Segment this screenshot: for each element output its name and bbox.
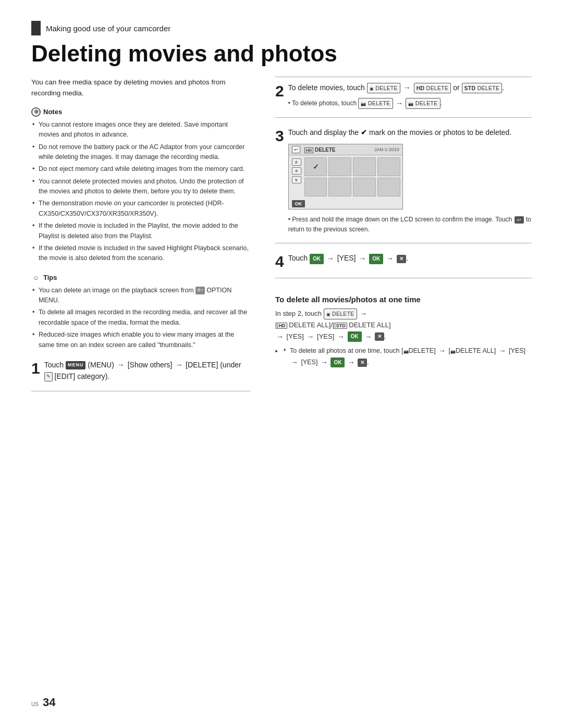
- hd-delete-btn: HD DELETE: [414, 83, 451, 93]
- sm-title: HD DELETE: [304, 147, 336, 153]
- section-label: Making good use of your camcorder: [31, 21, 532, 35]
- sm-cell-6: [328, 178, 351, 196]
- menu-icon: MENU: [66, 361, 86, 369]
- tips-section: ☺ Tips You can delete an image on the pl…: [31, 273, 250, 350]
- sm-cell-1: [304, 157, 327, 176]
- sm-cell-2: [328, 157, 351, 176]
- std-delete-btn: STD DELETE: [462, 83, 503, 93]
- step-1-content: Touch MENU (MENU) → [Show others] → [DEL…: [44, 360, 250, 382]
- notes-header: ⊕ Notes: [31, 107, 250, 117]
- notes-item-7: If the deleted movie is included in the …: [31, 243, 250, 264]
- notes-list: You cannot restore images once they are …: [31, 120, 250, 264]
- tips-label: Tips: [43, 274, 57, 281]
- return-icon: ↩: [514, 216, 524, 224]
- sm-ok-btn: OK: [292, 200, 305, 207]
- step-4-text: Touch OK → [YES] → OK → ✕.: [288, 253, 408, 264]
- tips-header: ☺ Tips: [31, 273, 250, 282]
- tips-item-3: Reduced-size images which enable you to …: [31, 330, 250, 350]
- delete-all-title: To delete all movies/photos at one time: [275, 295, 532, 304]
- right-column: 2 To delete movies, touch ▣ DELETE → HD …: [275, 77, 532, 707]
- da-cam-btn: ▣ DELETE: [324, 309, 357, 319]
- notes-item-5: The demonstration movie on your camcorde…: [31, 199, 250, 219]
- page-title: Deleting movies and photos: [31, 41, 532, 67]
- tips-item-1: You can delete an image on the playback …: [31, 286, 250, 306]
- sm-back-btn: ↩: [292, 146, 300, 153]
- step-2-content: To delete movies, touch ▣ DELETE → HD DE…: [288, 82, 505, 109]
- sm-btn-down: ∨: [292, 176, 301, 183]
- delete-all-text: In step 2, touch ▣ DELETE → [HD DELETE A…: [275, 308, 532, 342]
- sm-body: ∧ ≡ ∨: [289, 155, 402, 199]
- delete-all-subnote: To delete all photos at one time, touch …: [275, 346, 532, 368]
- x-btn: ✕: [397, 255, 406, 263]
- step-2-number: 2: [275, 83, 284, 99]
- step-3-content: Touch and display the ✔ mark on the movi…: [288, 127, 532, 235]
- option-icon: ⚙=: [195, 287, 205, 294]
- sm-cell-8: [377, 178, 400, 196]
- page: Making good use of your camcorder Deleti…: [0, 0, 563, 728]
- arrow-1: →: [117, 360, 125, 371]
- page-footer: US 34: [31, 696, 55, 709]
- edit-category-icon: ✎: [44, 372, 53, 381]
- notes-icon: ⊕: [31, 107, 41, 117]
- subnote-x-btn: ✕: [358, 359, 367, 367]
- step-3-text: Touch and display the ✔ mark on the movi…: [288, 127, 532, 139]
- sm-cell-4: [377, 157, 400, 176]
- notes-item-4: You cannot delete protected movies and p…: [31, 177, 250, 197]
- sm-sidebar: ∧ ≡ ∨: [291, 157, 302, 196]
- step-2-block: 2 To delete movies, touch ▣ DELETE → HD …: [275, 77, 532, 118]
- step-2-subnote: • To delete photos, touch 📷 DELETE → 📷 D…: [288, 98, 505, 109]
- tips-item-2: To delete all images recorded in the rec…: [31, 307, 250, 328]
- sm-cell-7: [353, 178, 376, 196]
- step-4-number: 4: [275, 254, 284, 269]
- two-column-layout: You can free media space by deleting mov…: [31, 77, 532, 707]
- notes-item-3: Do not eject memory card while deleting …: [31, 164, 250, 174]
- tips-list: You can delete an image on the playback …: [31, 286, 250, 350]
- arrow-2: →: [175, 360, 182, 371]
- step-3-block: 3 Touch and display the ✔ mark on the mo…: [275, 127, 532, 243]
- cam-delete-btn: ▣ DELETE: [367, 83, 400, 93]
- sm-date: JAN-1-2010: [374, 147, 399, 152]
- delete-all-section: To delete all movies/photos at one time …: [275, 288, 532, 368]
- da-ok-btn: OK: [348, 331, 362, 342]
- sm-header: ↩ HD DELETE JAN-1-2010: [289, 144, 402, 155]
- notes-item-1: You cannot restore images once they are …: [31, 120, 250, 140]
- step-4-block: 4 Touch OK → [YES] → OK → ✕.: [275, 253, 532, 278]
- photo-delete2-btn: 📷 DELETE: [406, 98, 440, 108]
- step-1-block: 1 Touch MENU (MENU) → [Show others] → [D…: [31, 360, 250, 391]
- left-column: You can free media space by deleting mov…: [31, 77, 250, 707]
- sm-footer: OK: [289, 199, 402, 209]
- page-number: 34: [43, 696, 55, 709]
- intro-text: You can free media space by deleting mov…: [31, 77, 250, 99]
- step-1-number: 1: [31, 361, 40, 376]
- sm-cell-5: [304, 178, 327, 196]
- step-4-content: Touch OK → [YES] → OK → ✕.: [288, 253, 408, 264]
- section-bar: [31, 21, 41, 35]
- screen-mockup: ↩ HD DELETE JAN-1-2010 ∧ ≡ ∨: [288, 144, 403, 209]
- notes-section: ⊕ Notes You cannot restore images once t…: [31, 107, 250, 264]
- ok-btn-2: OK: [369, 254, 383, 264]
- photo-delete-btn: 📷 DELETE: [358, 98, 393, 108]
- section-label-text: Making good use of your camcorder: [46, 24, 170, 33]
- notes-item-2: Do not remove the battery pack or the AC…: [31, 142, 250, 163]
- notes-label: Notes: [43, 108, 62, 116]
- da-x-btn: ✕: [375, 332, 384, 341]
- svg-text:↩: ↩: [517, 217, 521, 223]
- delete-all-subnote-item: To delete all photos at one time, touch …: [283, 346, 532, 368]
- step-2-text: To delete movies, touch ▣ DELETE → HD DE…: [288, 82, 505, 94]
- sm-btn-up: ∧: [292, 158, 301, 166]
- ok-btn-1: OK: [310, 254, 324, 264]
- tips-icon: ☺: [31, 273, 41, 282]
- subnote-ok-btn: OK: [331, 357, 345, 368]
- sm-grid: [304, 157, 400, 196]
- press-note: • Press and hold the image down on the L…: [288, 215, 532, 235]
- sm-btn-lines: ≡: [292, 167, 301, 175]
- step-1-text: Touch MENU (MENU) → [Show others] → [DEL…: [44, 360, 250, 382]
- locale-label: US: [31, 701, 39, 707]
- notes-item-6: If the deleted movie is included in the …: [31, 221, 250, 241]
- sm-cell-3: [353, 157, 376, 176]
- step-3-number: 3: [275, 128, 284, 144]
